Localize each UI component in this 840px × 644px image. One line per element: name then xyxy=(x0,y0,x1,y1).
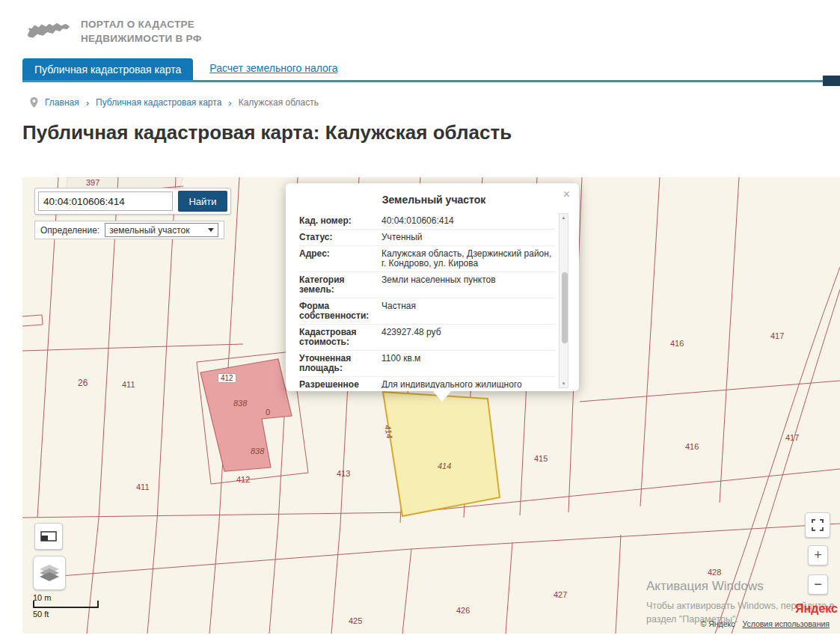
ruler-icon xyxy=(40,531,57,542)
site-title-line2: НЕДВИЖИМОСТИ В РФ xyxy=(81,32,202,46)
popup-row-permitted-use: Разрешенное Для индивидуального жилищног… xyxy=(299,376,555,388)
popup-row-land-category: Категория земель: Земли населенных пункт… xyxy=(299,272,555,298)
parcel-label: 0 xyxy=(266,408,270,417)
map-scale: 10 m 50 ft xyxy=(33,593,99,619)
ruler-tool-button[interactable] xyxy=(34,523,63,550)
parcel-label: 412 xyxy=(236,475,250,484)
search-panel: Найти xyxy=(34,188,231,215)
parcel-label: 397 xyxy=(86,178,99,187)
row-label: Статус: xyxy=(299,233,381,242)
row-label: Категория земель: xyxy=(299,275,381,295)
row-label: Уточненная площадь: xyxy=(299,354,381,373)
parcel-info-popup: × Земельный участок Кад. номер: 40:04:01… xyxy=(286,183,579,391)
selected-parcel-414[interactable] xyxy=(383,392,500,516)
parcel-label: 417 xyxy=(785,433,799,442)
building-footprint xyxy=(200,359,292,471)
popup-row-ownership: Форма собственности: Частная xyxy=(299,298,555,324)
popup-title: Земельный участок xyxy=(299,192,568,213)
object-type-select[interactable]: земельный участок xyxy=(105,223,218,237)
map-canvas[interactable]: 397 26 411 412 838 0 838 412 413 414 414… xyxy=(22,177,840,634)
layers-button[interactable] xyxy=(33,556,66,590)
chevron-down-icon xyxy=(208,228,214,232)
breadcrumb: Главная › Публичная кадастровая карта › … xyxy=(30,97,840,108)
location-pin-icon xyxy=(30,97,38,108)
filter-panel: Определение: земельный участок xyxy=(34,221,224,239)
popup-row-address: Адрес: Калужская область, Дзержинский ра… xyxy=(299,245,555,272)
row-label: Разрешенное xyxy=(299,380,381,388)
row-label: Адрес: xyxy=(299,249,381,269)
terms-link[interactable]: Условия использования xyxy=(742,619,830,628)
row-label: Кадастровая стоимость: xyxy=(299,328,381,347)
scroll-up-icon[interactable]: ▲ xyxy=(562,215,566,220)
tab-public-cadastral-map[interactable]: Публичная кадастровая карта xyxy=(22,58,193,80)
zoom-in-button[interactable]: + xyxy=(808,545,828,565)
fullscreen-icon xyxy=(812,519,824,531)
popup-row-cad-number: Кад. номер: 40:04:010606:414 xyxy=(299,213,555,229)
row-value: Частная xyxy=(381,301,555,321)
parcel-label: 411 xyxy=(136,482,150,491)
page-title: Публичная кадастровая карта: Калужская о… xyxy=(22,121,840,144)
breadcrumb-separator-icon: › xyxy=(228,97,231,108)
filter-label: Определение: xyxy=(40,225,99,236)
layers-icon xyxy=(39,564,60,582)
popup-pointer xyxy=(432,390,452,402)
row-value: Калужская область, Дзержинский район, г.… xyxy=(381,249,555,269)
parcel-label: 415 xyxy=(534,454,548,463)
breadcrumb-current: Калужская область xyxy=(239,97,319,108)
parcel-label: 425 xyxy=(349,616,362,625)
tab-land-tax-calc[interactable]: Расчет земельного налога xyxy=(209,62,337,80)
row-value: Учтенный xyxy=(381,233,555,242)
parcel-label: 413 xyxy=(337,469,350,478)
breadcrumb-separator-icon: › xyxy=(86,97,89,108)
parcel-label: 414 xyxy=(438,461,451,470)
watermark-title: Активация Windows xyxy=(646,579,834,594)
row-value: 1100 кв.м xyxy=(381,354,555,373)
scale-bar xyxy=(33,603,99,608)
popup-row-area: Уточненная площадь: 1100 кв.м xyxy=(299,350,555,376)
row-value: 40:04:010606:414 xyxy=(381,216,555,226)
scrollbar-thumb[interactable] xyxy=(562,272,568,343)
map-attribution: © Яндекс Условия использования xyxy=(701,619,830,628)
parcel-label: 416 xyxy=(685,442,699,451)
russia-map-icon xyxy=(25,19,72,45)
nav-end-block xyxy=(823,76,840,86)
row-value: 423927.48 руб xyxy=(381,328,555,347)
breadcrumb-public-map[interactable]: Публичная кадастровая карта xyxy=(96,97,221,108)
copyright-text: © Яндекс xyxy=(701,619,735,628)
row-value: Для индивидуального жилищного xyxy=(381,380,555,388)
popup-rows: Кад. номер: 40:04:010606:414 Статус: Учт… xyxy=(299,213,555,388)
breadcrumb-home[interactable]: Главная xyxy=(45,97,79,108)
parcel-label: 428 xyxy=(708,568,721,577)
row-value: Земли населенных пунктов xyxy=(381,275,555,295)
scale-imperial: 50 ft xyxy=(33,610,99,619)
popup-scrollbar[interactable]: ▲ ▼ xyxy=(559,213,568,388)
fullscreen-button[interactable] xyxy=(805,512,830,538)
select-value: земельный участок xyxy=(109,225,189,236)
parcel-label: 417 xyxy=(770,331,784,340)
site-title: ПОРТАЛ О КАДАСТРЕ НЕДВИЖИМОСТИ В РФ xyxy=(81,18,202,46)
find-button[interactable]: Найти xyxy=(178,191,227,212)
site-logo[interactable]: ПОРТАЛ О КАДАСТРЕ НЕДВИЖИМОСТИ В РФ xyxy=(25,18,840,46)
parcel-label: 26 xyxy=(78,378,88,388)
parcel-label: 427 xyxy=(554,590,567,599)
scroll-down-icon[interactable]: ▼ xyxy=(562,381,566,386)
search-input[interactable] xyxy=(38,191,173,211)
parcel-label: 838 xyxy=(251,447,264,456)
parcel-label: 416 xyxy=(670,339,684,348)
site-title-line1: ПОРТАЛ О КАДАСТРЕ xyxy=(81,18,202,32)
row-label: Форма собственности: xyxy=(299,301,381,321)
main-nav: Публичная кадастровая карта Расчет земел… xyxy=(22,58,840,82)
popup-row-cadastral-value: Кадастровая стоимость: 423927.48 руб xyxy=(299,324,555,350)
parcel-label: 426 xyxy=(456,606,470,615)
popup-row-status: Статус: Учтенный xyxy=(299,229,555,245)
close-icon[interactable]: × xyxy=(563,188,570,200)
parcel-label: 412 xyxy=(218,373,236,383)
popup-body: Кад. номер: 40:04:010606:414 Статус: Учт… xyxy=(299,213,568,388)
yandex-logo[interactable]: Яндекс xyxy=(795,602,838,616)
parcel-label: 411 xyxy=(122,380,135,389)
row-label: Кад. номер: xyxy=(299,216,381,226)
parcel-label: 838 xyxy=(233,399,247,408)
scale-metric: 10 m xyxy=(33,593,99,602)
